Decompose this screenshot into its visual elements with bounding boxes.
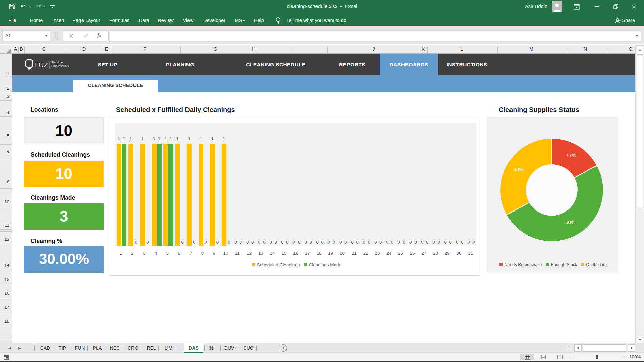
svg-text:Planilhas: Planilhas <box>51 61 64 64</box>
svg-text:LUZ: LUZ <box>35 61 48 69</box>
svg-text:Empresariais: Empresariais <box>51 64 69 68</box>
